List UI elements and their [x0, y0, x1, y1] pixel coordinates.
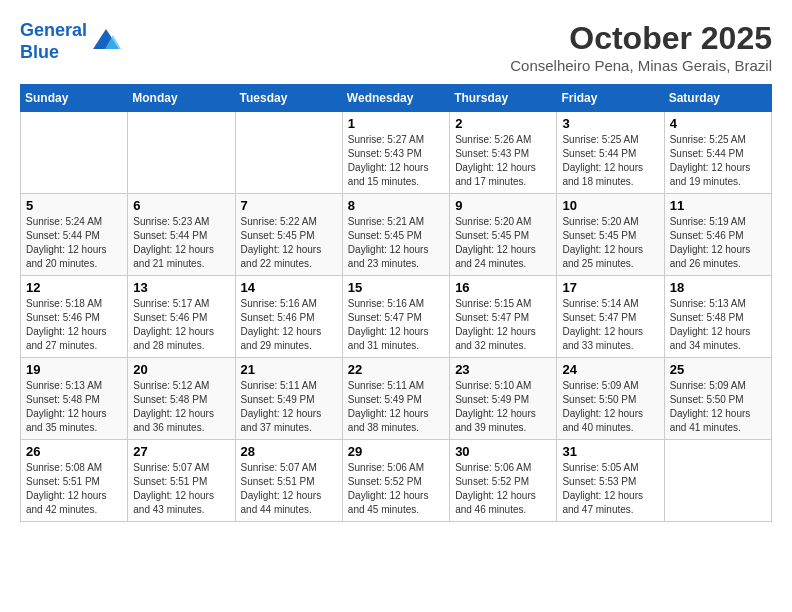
column-header-tuesday: Tuesday	[235, 85, 342, 112]
day-info: Sunrise: 5:09 AM Sunset: 5:50 PM Dayligh…	[562, 379, 658, 435]
calendar-cell: 24Sunrise: 5:09 AM Sunset: 5:50 PM Dayli…	[557, 358, 664, 440]
day-info: Sunrise: 5:11 AM Sunset: 5:49 PM Dayligh…	[241, 379, 337, 435]
title-section: October 2025 Conselheiro Pena, Minas Ger…	[510, 20, 772, 74]
day-number: 15	[348, 280, 444, 295]
day-info: Sunrise: 5:07 AM Sunset: 5:51 PM Dayligh…	[241, 461, 337, 517]
logo-icon	[91, 27, 121, 57]
calendar-cell: 13Sunrise: 5:17 AM Sunset: 5:46 PM Dayli…	[128, 276, 235, 358]
calendar-cell: 7Sunrise: 5:22 AM Sunset: 5:45 PM Daylig…	[235, 194, 342, 276]
column-header-sunday: Sunday	[21, 85, 128, 112]
day-info: Sunrise: 5:06 AM Sunset: 5:52 PM Dayligh…	[348, 461, 444, 517]
calendar-cell	[235, 112, 342, 194]
calendar-cell: 10Sunrise: 5:20 AM Sunset: 5:45 PM Dayli…	[557, 194, 664, 276]
day-number: 31	[562, 444, 658, 459]
column-header-monday: Monday	[128, 85, 235, 112]
column-header-friday: Friday	[557, 85, 664, 112]
day-info: Sunrise: 5:16 AM Sunset: 5:47 PM Dayligh…	[348, 297, 444, 353]
day-number: 9	[455, 198, 551, 213]
day-info: Sunrise: 5:08 AM Sunset: 5:51 PM Dayligh…	[26, 461, 122, 517]
calendar-cell: 8Sunrise: 5:21 AM Sunset: 5:45 PM Daylig…	[342, 194, 449, 276]
day-number: 29	[348, 444, 444, 459]
day-number: 5	[26, 198, 122, 213]
month-title: October 2025	[510, 20, 772, 57]
day-info: Sunrise: 5:22 AM Sunset: 5:45 PM Dayligh…	[241, 215, 337, 271]
day-number: 18	[670, 280, 766, 295]
day-number: 2	[455, 116, 551, 131]
day-number: 10	[562, 198, 658, 213]
day-number: 12	[26, 280, 122, 295]
day-number: 27	[133, 444, 229, 459]
day-info: Sunrise: 5:26 AM Sunset: 5:43 PM Dayligh…	[455, 133, 551, 189]
day-number: 30	[455, 444, 551, 459]
day-info: Sunrise: 5:09 AM Sunset: 5:50 PM Dayligh…	[670, 379, 766, 435]
day-number: 4	[670, 116, 766, 131]
logo-text: GeneralBlue	[20, 20, 87, 63]
day-info: Sunrise: 5:25 AM Sunset: 5:44 PM Dayligh…	[562, 133, 658, 189]
calendar-cell: 21Sunrise: 5:11 AM Sunset: 5:49 PM Dayli…	[235, 358, 342, 440]
subtitle: Conselheiro Pena, Minas Gerais, Brazil	[510, 57, 772, 74]
day-number: 16	[455, 280, 551, 295]
calendar-cell: 11Sunrise: 5:19 AM Sunset: 5:46 PM Dayli…	[664, 194, 771, 276]
calendar-table: SundayMondayTuesdayWednesdayThursdayFrid…	[20, 84, 772, 522]
day-info: Sunrise: 5:19 AM Sunset: 5:46 PM Dayligh…	[670, 215, 766, 271]
day-info: Sunrise: 5:11 AM Sunset: 5:49 PM Dayligh…	[348, 379, 444, 435]
calendar-cell: 6Sunrise: 5:23 AM Sunset: 5:44 PM Daylig…	[128, 194, 235, 276]
day-number: 20	[133, 362, 229, 377]
day-info: Sunrise: 5:07 AM Sunset: 5:51 PM Dayligh…	[133, 461, 229, 517]
calendar-cell: 2Sunrise: 5:26 AM Sunset: 5:43 PM Daylig…	[450, 112, 557, 194]
calendar-cell: 19Sunrise: 5:13 AM Sunset: 5:48 PM Dayli…	[21, 358, 128, 440]
day-number: 11	[670, 198, 766, 213]
day-info: Sunrise: 5:21 AM Sunset: 5:45 PM Dayligh…	[348, 215, 444, 271]
day-info: Sunrise: 5:23 AM Sunset: 5:44 PM Dayligh…	[133, 215, 229, 271]
day-info: Sunrise: 5:16 AM Sunset: 5:46 PM Dayligh…	[241, 297, 337, 353]
day-info: Sunrise: 5:05 AM Sunset: 5:53 PM Dayligh…	[562, 461, 658, 517]
day-number: 3	[562, 116, 658, 131]
column-header-saturday: Saturday	[664, 85, 771, 112]
calendar-cell: 22Sunrise: 5:11 AM Sunset: 5:49 PM Dayli…	[342, 358, 449, 440]
calendar-cell: 17Sunrise: 5:14 AM Sunset: 5:47 PM Dayli…	[557, 276, 664, 358]
day-info: Sunrise: 5:12 AM Sunset: 5:48 PM Dayligh…	[133, 379, 229, 435]
day-info: Sunrise: 5:17 AM Sunset: 5:46 PM Dayligh…	[133, 297, 229, 353]
day-number: 14	[241, 280, 337, 295]
day-info: Sunrise: 5:14 AM Sunset: 5:47 PM Dayligh…	[562, 297, 658, 353]
calendar-cell	[664, 440, 771, 522]
day-info: Sunrise: 5:13 AM Sunset: 5:48 PM Dayligh…	[26, 379, 122, 435]
calendar-cell: 18Sunrise: 5:13 AM Sunset: 5:48 PM Dayli…	[664, 276, 771, 358]
day-info: Sunrise: 5:10 AM Sunset: 5:49 PM Dayligh…	[455, 379, 551, 435]
day-number: 7	[241, 198, 337, 213]
calendar-cell: 4Sunrise: 5:25 AM Sunset: 5:44 PM Daylig…	[664, 112, 771, 194]
calendar-cell: 3Sunrise: 5:25 AM Sunset: 5:44 PM Daylig…	[557, 112, 664, 194]
day-number: 24	[562, 362, 658, 377]
calendar-cell: 30Sunrise: 5:06 AM Sunset: 5:52 PM Dayli…	[450, 440, 557, 522]
calendar-cell: 16Sunrise: 5:15 AM Sunset: 5:47 PM Dayli…	[450, 276, 557, 358]
day-number: 8	[348, 198, 444, 213]
day-number: 28	[241, 444, 337, 459]
day-number: 1	[348, 116, 444, 131]
day-info: Sunrise: 5:24 AM Sunset: 5:44 PM Dayligh…	[26, 215, 122, 271]
day-number: 21	[241, 362, 337, 377]
day-info: Sunrise: 5:20 AM Sunset: 5:45 PM Dayligh…	[562, 215, 658, 271]
day-info: Sunrise: 5:06 AM Sunset: 5:52 PM Dayligh…	[455, 461, 551, 517]
day-number: 25	[670, 362, 766, 377]
day-number: 13	[133, 280, 229, 295]
day-info: Sunrise: 5:27 AM Sunset: 5:43 PM Dayligh…	[348, 133, 444, 189]
calendar-cell: 29Sunrise: 5:06 AM Sunset: 5:52 PM Dayli…	[342, 440, 449, 522]
day-info: Sunrise: 5:13 AM Sunset: 5:48 PM Dayligh…	[670, 297, 766, 353]
header: GeneralBlue October 2025 Conselheiro Pen…	[20, 20, 772, 74]
day-number: 22	[348, 362, 444, 377]
calendar-cell	[21, 112, 128, 194]
calendar-cell: 23Sunrise: 5:10 AM Sunset: 5:49 PM Dayli…	[450, 358, 557, 440]
day-number: 6	[133, 198, 229, 213]
calendar-cell: 31Sunrise: 5:05 AM Sunset: 5:53 PM Dayli…	[557, 440, 664, 522]
day-info: Sunrise: 5:25 AM Sunset: 5:44 PM Dayligh…	[670, 133, 766, 189]
day-info: Sunrise: 5:18 AM Sunset: 5:46 PM Dayligh…	[26, 297, 122, 353]
calendar-cell: 14Sunrise: 5:16 AM Sunset: 5:46 PM Dayli…	[235, 276, 342, 358]
calendar-cell: 27Sunrise: 5:07 AM Sunset: 5:51 PM Dayli…	[128, 440, 235, 522]
calendar-cell: 20Sunrise: 5:12 AM Sunset: 5:48 PM Dayli…	[128, 358, 235, 440]
logo: GeneralBlue	[20, 20, 121, 63]
day-number: 17	[562, 280, 658, 295]
calendar-cell: 1Sunrise: 5:27 AM Sunset: 5:43 PM Daylig…	[342, 112, 449, 194]
column-header-wednesday: Wednesday	[342, 85, 449, 112]
calendar-cell	[128, 112, 235, 194]
calendar-cell: 25Sunrise: 5:09 AM Sunset: 5:50 PM Dayli…	[664, 358, 771, 440]
